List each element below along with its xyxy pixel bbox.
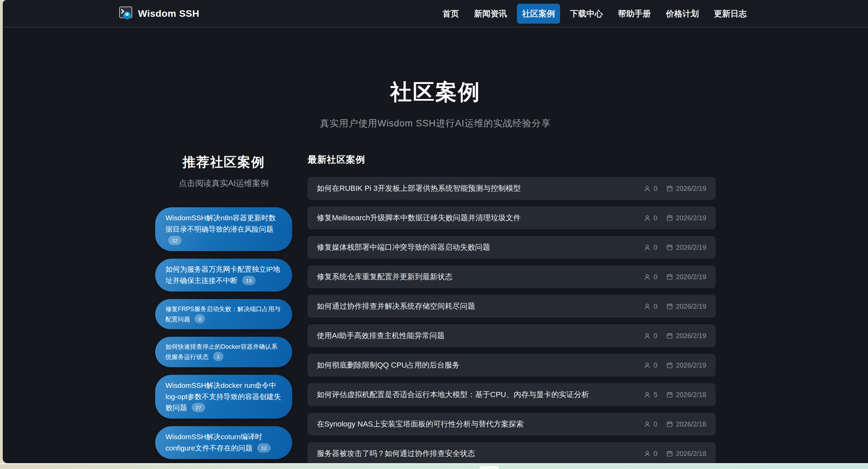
case-date: 2026/2/19 <box>676 244 706 251</box>
case-row-meta: 02026/2/19 <box>644 244 706 251</box>
case-row-title: 如何在RUBIK Pi 3开发板上部署供热系统智能预测与控制模型 <box>317 183 644 194</box>
person-icon <box>644 185 651 192</box>
views-group: 5 <box>644 391 657 399</box>
case-row-meta: 02026/2/19 <box>644 185 706 193</box>
views-count: 0 <box>654 244 657 251</box>
page-title: 社区案例 <box>3 77 868 107</box>
case-row[interactable]: 使用AI助手高效排查主机性能异常问题02026/2/19 <box>308 324 716 347</box>
nav-menu: 首页新闻资讯社区案例下载中心帮助手册价格计划更新日志 <box>437 4 752 24</box>
featured-case-title: WisdomSSH解决coturn编译时configure文件不存在的问题 12 <box>165 433 271 452</box>
case-row-title: 修复系统仓库重复配置并更新到最新状态 <box>317 272 644 282</box>
featured-case-title: 修复FRPS服务启动失败：解决端口占用与配置问题 0 <box>165 306 281 323</box>
featured-case-pill[interactable]: WisdomSSH解决coturn编译时configure文件不存在的问题 12 <box>155 426 292 459</box>
case-row-meta: 02026/2/19 <box>644 214 706 222</box>
person-icon <box>644 421 651 428</box>
case-row-meta: 02026/2/19 <box>644 303 706 310</box>
latest-cases-title: 最新社区案例 <box>308 153 716 166</box>
featured-case-count-badge: 12 <box>168 236 182 245</box>
nav-item-6[interactable]: 价格计划 <box>661 4 704 24</box>
case-date: 2026/2/18 <box>676 391 706 399</box>
nav-item-7[interactable]: 更新日志 <box>709 4 752 24</box>
views-group: 0 <box>644 244 657 251</box>
featured-case-title: WisdomSSH解决n8n容器更新时数据目录不明确导致的潜在风险问题 12 <box>165 214 276 244</box>
background-window-edge <box>480 466 499 469</box>
featured-case-pill[interactable]: 如何为服务器万兆网卡配置独立IP地址并确保主连接不中断 13 <box>155 259 292 292</box>
date-group: 2026/2/19 <box>666 244 706 251</box>
case-row-meta: 52026/2/18 <box>644 391 706 399</box>
nav-item-3-active[interactable]: 社区案例 <box>517 4 560 24</box>
case-row[interactable]: 如何通过协作排查并解决系统存储空间耗尽问题02026/2/19 <box>308 295 716 318</box>
case-row-title: 修复Meilisearch升级脚本中数据迁移失败问题并清理垃圾文件 <box>317 213 644 223</box>
featured-cases-column: 推荐社区案例 点击阅读真实AI运维案例 WisdomSSH解决n8n容器更新时数… <box>155 153 292 463</box>
views-count: 5 <box>654 391 657 399</box>
views-count: 0 <box>654 361 657 369</box>
date-group: 2026/2/19 <box>666 185 706 193</box>
case-row-meta: 02026/2/19 <box>644 332 706 340</box>
terminal-robot-logo-icon <box>119 6 133 22</box>
featured-case-count-badge: 0 <box>195 314 205 323</box>
hero-section: 社区案例 真实用户使用Wisdom SSH进行AI运维的实战经验分享 <box>3 27 868 129</box>
case-row[interactable]: 修复Meilisearch升级脚本中数据迁移失败问题并清理垃圾文件02026/2… <box>308 207 716 229</box>
case-row[interactable]: 在Synology NAS上安装宝塔面板的可行性分析与替代方案探索02026/2… <box>308 413 716 435</box>
views-count: 0 <box>654 273 657 281</box>
person-icon <box>644 303 651 310</box>
calendar-icon <box>666 362 673 369</box>
featured-case-pill[interactable]: WisdomSSH解决docker run命令中log-opt参数不支持导致的容… <box>155 375 292 419</box>
date-group: 2026/2/18 <box>666 391 706 399</box>
case-date: 2026/2/19 <box>676 361 706 369</box>
case-row-title: 如何彻底删除限制QQ CPU占用的后台服务 <box>317 360 644 370</box>
case-row-title: 如何评估虚拟机配置是否适合运行本地大模型：基于CPU、内存与显卡的实证分析 <box>317 390 644 400</box>
person-icon <box>644 391 651 398</box>
case-row[interactable]: 如何在RUBIK Pi 3开发板上部署供热系统智能预测与控制模型02026/2/… <box>308 177 716 200</box>
case-row[interactable]: 如何彻底删除限制QQ CPU占用的后台服务02026/2/19 <box>308 354 716 377</box>
calendar-icon <box>666 303 673 310</box>
featured-case-count-badge: 12 <box>257 443 271 453</box>
views-group: 0 <box>644 450 657 458</box>
case-row-title: 如何通过协作排查并解决系统存储空间耗尽问题 <box>317 301 644 311</box>
person-icon <box>644 273 651 281</box>
featured-case-pill[interactable]: 如何快速排查停止的Docker容器并确认系统服务运行状态 1 <box>155 337 292 367</box>
person-icon <box>644 332 651 340</box>
nav-item-4[interactable]: 下载中心 <box>565 4 608 24</box>
case-row-meta: 02026/2/18 <box>644 420 706 428</box>
featured-case-title: WisdomSSH解决docker run命令中log-opt参数不支持导致的容… <box>165 381 281 412</box>
content-columns: 推荐社区案例 点击阅读真实AI运维案例 WisdomSSH解决n8n容器更新时数… <box>155 153 716 463</box>
featured-case-pill[interactable]: 修复FRPS服务启动失败：解决端口占用与配置问题 0 <box>155 299 292 330</box>
brand[interactable]: Wisdom SSH <box>119 6 199 22</box>
featured-case-list: WisdomSSH解决n8n容器更新时数据目录不明确导致的潜在风险问题 12如何… <box>155 207 292 463</box>
featured-case-title: 如何快速排查停止的Docker容器并确认系统服务运行状态 1 <box>165 343 277 360</box>
nav-item-2[interactable]: 新闻资讯 <box>469 4 512 24</box>
browser-window: Wisdom SSH 首页新闻资讯社区案例下载中心帮助手册价格计划更新日志 社区… <box>3 0 868 463</box>
featured-case-pill[interactable]: WisdomSSH解决n8n容器更新时数据目录不明确导致的潜在风险问题 12 <box>155 207 292 251</box>
navbar: Wisdom SSH 首页新闻资讯社区案例下载中心帮助手册价格计划更新日志 <box>3 0 868 27</box>
date-group: 2026/2/19 <box>666 303 706 310</box>
calendar-icon <box>666 214 673 221</box>
views-group: 0 <box>644 420 657 428</box>
views-group: 0 <box>644 214 657 222</box>
date-group: 2026/2/19 <box>666 214 706 222</box>
calendar-icon <box>666 391 673 398</box>
date-group: 2026/2/19 <box>666 361 706 369</box>
brand-title: Wisdom SSH <box>138 8 199 19</box>
person-icon <box>644 450 651 457</box>
case-row[interactable]: 修复系统仓库重复配置并更新到最新状态02026/2/19 <box>308 266 716 288</box>
featured-case-title: 如何为服务器万兆网卡配置独立IP地址并确保主连接不中断 13 <box>165 265 280 284</box>
case-row-meta: 02026/2/19 <box>644 361 706 369</box>
case-date: 2026/2/19 <box>676 273 706 281</box>
date-group: 2026/2/18 <box>666 420 706 428</box>
case-row[interactable]: 如何评估虚拟机配置是否适合运行本地大模型：基于CPU、内存与显卡的实证分析520… <box>308 383 716 406</box>
views-group: 0 <box>644 361 657 369</box>
case-row[interactable]: 服务器被攻击了吗？如何通过协作排查安全状态02026/2/18 <box>308 442 716 463</box>
views-count: 0 <box>654 420 657 428</box>
featured-cases-title: 推荐社区案例 <box>155 153 292 171</box>
case-date: 2026/2/19 <box>676 332 706 340</box>
case-date: 2026/2/18 <box>676 420 706 428</box>
nav-item-1[interactable]: 首页 <box>437 4 464 24</box>
case-row[interactable]: 修复媒体栈部署中端口冲突导致的容器启动失败问题02026/2/19 <box>308 236 716 259</box>
latest-cases-column: 最新社区案例 如何在RUBIK Pi 3开发板上部署供热系统智能预测与控制模型0… <box>308 153 716 463</box>
nav-item-5[interactable]: 帮助手册 <box>613 4 656 24</box>
desktop-bottom-strip <box>0 463 868 469</box>
person-icon <box>644 244 651 251</box>
views-count: 0 <box>654 303 657 310</box>
case-row-title: 修复媒体栈部署中端口冲突导致的容器启动失败问题 <box>317 242 644 252</box>
